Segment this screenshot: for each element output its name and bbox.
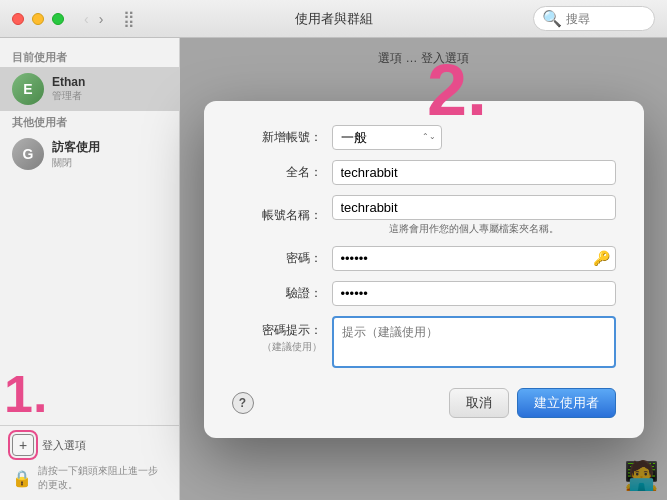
reveal-password-icon[interactable]: 🔑 — [593, 250, 610, 266]
close-button[interactable] — [12, 13, 24, 25]
account-name-hint: 這將會用作您的個人專屬檔案夾名稱。 — [332, 222, 616, 236]
sidebar: 目前使用者 E Ethan 管理者 其他使用者 G 訪客使用 關閉 + 登入選項… — [0, 38, 180, 500]
user-name-guest: 訪客使用 — [52, 139, 100, 156]
password-wrap: 🔑 — [332, 246, 616, 271]
password-input[interactable] — [332, 246, 616, 271]
user-role-guest: 關閉 — [52, 156, 100, 170]
create-user-modal: 新增帳號： 一般 管理者 全名： — [204, 101, 644, 438]
step-2-label: 2. — [427, 54, 487, 126]
full-name-label: 全名： — [232, 164, 332, 181]
full-name-row: 全名： — [232, 160, 616, 185]
hint-input[interactable] — [332, 316, 616, 368]
search-input[interactable] — [566, 12, 646, 26]
account-type-select[interactable]: 一般 管理者 — [332, 125, 442, 150]
modal-overlay: 2. 新增帳號： 一般 管理者 — [180, 38, 667, 500]
forward-button[interactable]: › — [95, 9, 108, 29]
verify-input[interactable] — [332, 281, 616, 306]
account-name-input[interactable] — [332, 195, 616, 220]
account-name-row: 帳號名稱： 這將會用作您的個人專屬檔案夾名稱。 — [232, 195, 616, 236]
help-button[interactable]: ? — [232, 392, 254, 414]
main-content: 目前使用者 E Ethan 管理者 其他使用者 G 訪客使用 關閉 + 登入選項… — [0, 38, 667, 500]
full-name-input[interactable] — [332, 160, 616, 185]
new-account-row: 新增帳號： 一般 管理者 — [232, 125, 616, 150]
login-items-label: 登入選項 — [42, 438, 86, 453]
sidebar-item-ethan[interactable]: E Ethan 管理者 — [0, 67, 179, 111]
password-row: 密碼： 🔑 — [232, 246, 616, 271]
window-title: 使用者與群組 — [143, 10, 525, 28]
titlebar: ‹ › ⣿ 使用者與群組 🔍 — [0, 0, 667, 38]
hint-row: 密碼提示： （建議使用） — [232, 316, 616, 372]
user-role-ethan: 管理者 — [52, 89, 85, 103]
lock-icon: 🔒 — [12, 469, 32, 488]
account-type-wrapper[interactable]: 一般 管理者 — [332, 125, 442, 150]
create-user-button[interactable]: 建立使用者 — [517, 388, 616, 418]
sidebar-bottom: + 登入選項 🔒 請按一下鎖頭來阻止進一步的更改。 — [0, 425, 179, 500]
cancel-button[interactable]: 取消 — [449, 388, 509, 418]
account-name-label: 帳號名稱： — [232, 207, 332, 224]
grid-icon: ⣿ — [123, 9, 135, 28]
modal-footer: ? 取消 建立使用者 — [232, 388, 616, 418]
right-panel: 選項 … 登入選項 2. 新增帳號： 一般 管理者 — [180, 38, 667, 500]
new-account-label: 新增帳號： — [232, 129, 332, 146]
search-box[interactable]: 🔍 — [533, 6, 655, 31]
back-button[interactable]: ‹ — [80, 9, 93, 29]
hint-label: 密碼提示： （建議使用） — [232, 316, 332, 354]
current-user-section-title: 目前使用者 — [0, 46, 179, 67]
sidebar-item-guest[interactable]: G 訪客使用 關閉 — [0, 132, 179, 176]
other-users-section-title: 其他使用者 — [0, 111, 179, 132]
step-1-label: 1. — [4, 368, 47, 420]
verify-row: 驗證： — [232, 281, 616, 306]
verify-label: 驗證： — [232, 285, 332, 302]
avatar-guest: G — [12, 138, 44, 170]
maximize-button[interactable] — [52, 13, 64, 25]
add-user-button[interactable]: + — [12, 434, 34, 456]
search-icon: 🔍 — [542, 9, 562, 28]
lock-text: 請按一下鎖頭來阻止進一步的更改。 — [38, 464, 167, 492]
minimize-button[interactable] — [32, 13, 44, 25]
user-name-ethan: Ethan — [52, 75, 85, 89]
avatar-ethan: E — [12, 73, 44, 105]
password-label: 密碼： — [232, 250, 332, 267]
